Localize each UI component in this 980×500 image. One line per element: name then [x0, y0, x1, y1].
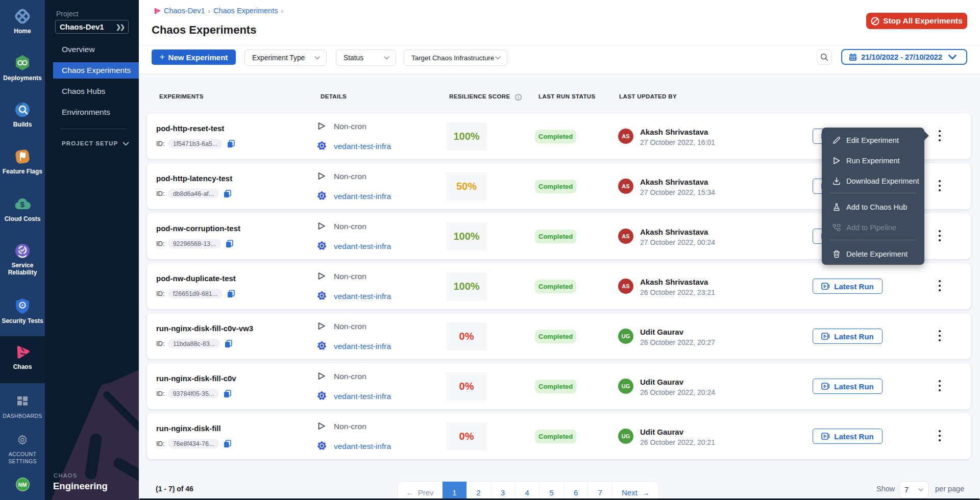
svg-text:$: $ — [20, 200, 25, 209]
